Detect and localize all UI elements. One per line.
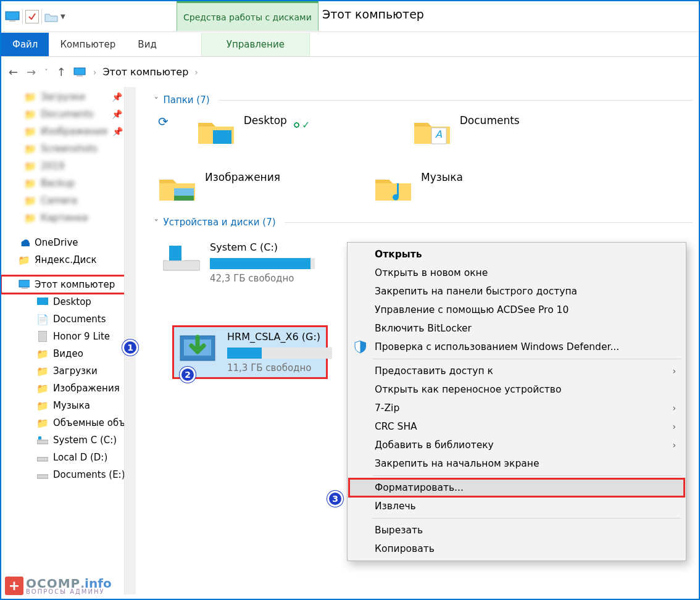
tree-item[interactable]: 📁2019 xyxy=(1,157,136,175)
tree-item[interactable]: 📁Screenshots xyxy=(1,140,136,157)
new-folder-icon[interactable] xyxy=(44,11,58,22)
menu-defender[interactable]: Проверка с использованием Windows Defend… xyxy=(349,338,685,356)
menu-add-library[interactable]: Добавить в библиотеку› xyxy=(349,436,685,454)
tree-item[interactable]: System C (C:) xyxy=(1,431,136,449)
svg-rect-16 xyxy=(174,196,194,201)
menu-pin-quick-access[interactable]: Закрепить на панели быстрого доступа xyxy=(349,282,685,301)
tree-item[interactable]: 📁Музыка xyxy=(1,397,136,414)
quick-access-toolbar: ▼ xyxy=(1,1,69,31)
checkbox-icon[interactable] xyxy=(25,10,39,23)
svg-rect-5 xyxy=(22,288,28,289)
tree-item[interactable]: 📁Documents📌 xyxy=(1,106,136,123)
chevron-right-icon[interactable]: › xyxy=(91,67,99,77)
menu-acdsee[interactable]: Управление с помощью ACDSee Pro 10 xyxy=(349,301,685,319)
documents-icon: 📄 xyxy=(37,314,48,325)
scrollbar-up-icon[interactable]: ▲ xyxy=(127,88,134,95)
tree-item[interactable]: 📁Объемные объ xyxy=(1,414,136,431)
menu-7zip[interactable]: 7-Zip› xyxy=(349,399,685,417)
drive-icon xyxy=(37,435,48,446)
svg-rect-7 xyxy=(38,331,47,342)
tree-item[interactable]: Local D (D:) xyxy=(1,449,136,466)
tree-item[interactable]: 📁Camera xyxy=(1,192,136,209)
folder-item-documents[interactable]: A Documents xyxy=(413,114,610,146)
title-bar: ▼ Этот компьютер Средства работы с диска… xyxy=(1,1,699,32)
tree-item-onedrive[interactable]: OneDrive xyxy=(1,234,136,251)
drive-item-c[interactable]: System C (C:) 42,3 ГБ свободно xyxy=(158,236,312,289)
chevron-down-icon: ˅ xyxy=(154,96,159,105)
svg-rect-9 xyxy=(38,436,41,440)
tree-item[interactable]: 📁Видео xyxy=(1,345,136,362)
menu-open[interactable]: Открыть xyxy=(349,245,685,264)
menu-bitlocker[interactable]: Включить BitLocker xyxy=(349,319,685,338)
pictures-icon: 📁 xyxy=(37,383,48,394)
up-button[interactable]: ↑ xyxy=(57,65,66,78)
refresh-icon[interactable]: ⟳ xyxy=(158,114,172,129)
menu-format[interactable]: Форматировать... xyxy=(349,478,685,497)
menu-open-new-window[interactable]: Открыть в новом окне xyxy=(349,264,685,282)
svg-rect-3 xyxy=(77,75,83,77)
context-menu: Открыть Открыть в новом окне Закрепить н… xyxy=(347,242,686,561)
svg-rect-10 xyxy=(37,457,48,461)
navigation-tree: ▲ 📁Загрузки📌 📁Documents📌 📁Изображения📌 📁… xyxy=(1,87,136,594)
folder-item-music[interactable]: Музыка xyxy=(374,171,572,203)
tree-item[interactable]: 📁Backup xyxy=(1,175,136,192)
install-drive-icon xyxy=(178,331,217,363)
tree-item-yadisk[interactable]: 📁Яндекс.Диск xyxy=(1,251,136,269)
tab-manage[interactable]: Управление xyxy=(201,33,310,56)
folder-item-desktop[interactable]: Desktop ⭘✓ xyxy=(197,114,388,146)
annotation-badge-3: 3 xyxy=(327,491,343,507)
breadcrumb-segment[interactable]: Этот компьютер xyxy=(102,66,188,78)
history-dropdown-icon[interactable]: ˅ xyxy=(44,68,48,76)
menu-crc-sha[interactable]: CRC SHA› xyxy=(349,417,685,436)
menu-copy[interactable]: Копировать xyxy=(349,540,685,558)
annotation-badge-1: 1 xyxy=(122,340,138,356)
svg-rect-1 xyxy=(9,20,15,22)
drive-item-g[interactable]: HRM_CSLA_X6 (G:) 11,3 ГБ свободно xyxy=(173,326,327,378)
ribbon-tabs: Файл Компьютер Вид Управление xyxy=(1,32,699,57)
chevron-right-icon: › xyxy=(672,422,676,431)
check-icon: ⭘✓ xyxy=(292,119,310,131)
tree-item-this-pc[interactable]: Этот компьютер xyxy=(1,276,136,293)
qat-dropdown-icon[interactable]: ▼ xyxy=(60,13,65,20)
tree-item[interactable]: Honor 9 Lite xyxy=(1,328,136,345)
menu-eject[interactable]: Извлечь xyxy=(349,497,685,515)
section-drives-header[interactable]: ˅Устройства и диски (7) xyxy=(154,217,693,228)
tree-item[interactable]: 📄Documents xyxy=(1,310,136,328)
chevron-right-icon[interactable]: › xyxy=(192,67,201,77)
tab-computer[interactable]: Компьютер xyxy=(49,33,127,56)
tree-item[interactable]: 📁Загрузки xyxy=(1,362,136,380)
tree-item[interactable]: Desktop xyxy=(1,293,136,310)
navigation-bar: ← → ˅ ↑ › Этот компьютер › xyxy=(1,57,699,87)
tab-file[interactable]: Файл xyxy=(1,33,49,56)
shield-icon xyxy=(354,340,367,354)
svg-rect-4 xyxy=(19,280,30,287)
menu-cut[interactable]: Вырезать xyxy=(349,521,685,540)
plus-icon: + xyxy=(5,577,23,595)
svg-rect-0 xyxy=(6,12,19,20)
folder-icon: 📁 xyxy=(19,254,30,265)
svg-rect-12 xyxy=(213,130,231,144)
breadcrumb[interactable]: › Этот компьютер › xyxy=(73,66,201,78)
svg-rect-6 xyxy=(37,298,48,305)
window-title: Этот компьютер xyxy=(322,7,424,21)
svg-rect-18 xyxy=(168,246,183,260)
tab-view[interactable]: Вид xyxy=(127,33,167,56)
3d-icon: 📁 xyxy=(37,417,48,428)
computer-icon xyxy=(19,279,30,290)
tree-item[interactable]: Documents (E:) xyxy=(1,466,136,483)
tree-item[interactable]: 📁Изображения📌 xyxy=(1,123,136,140)
tree-item[interactable]: 📁Загрузки📌 xyxy=(1,88,136,106)
menu-pin-start[interactable]: Закрепить на начальном экране xyxy=(349,454,685,473)
forward-button[interactable]: → xyxy=(27,65,36,78)
back-button[interactable]: ← xyxy=(9,65,18,78)
onedrive-icon xyxy=(19,237,30,248)
chevron-down-icon: ˅ xyxy=(154,218,159,227)
menu-grant-access[interactable]: Предоставить доступ к› xyxy=(349,362,685,380)
section-folders-header[interactable]: ˅Папки (7) xyxy=(154,94,693,106)
tree-item[interactable]: 📁Изображения xyxy=(1,380,136,397)
tree-item[interactable]: 📁Картинки xyxy=(1,209,136,227)
menu-portable[interactable]: Открыть как переносное устройство xyxy=(349,380,685,399)
folder-item-pictures[interactable]: Изображения xyxy=(158,171,349,203)
capacity-bar xyxy=(227,348,332,359)
chevron-right-icon: › xyxy=(672,440,676,450)
